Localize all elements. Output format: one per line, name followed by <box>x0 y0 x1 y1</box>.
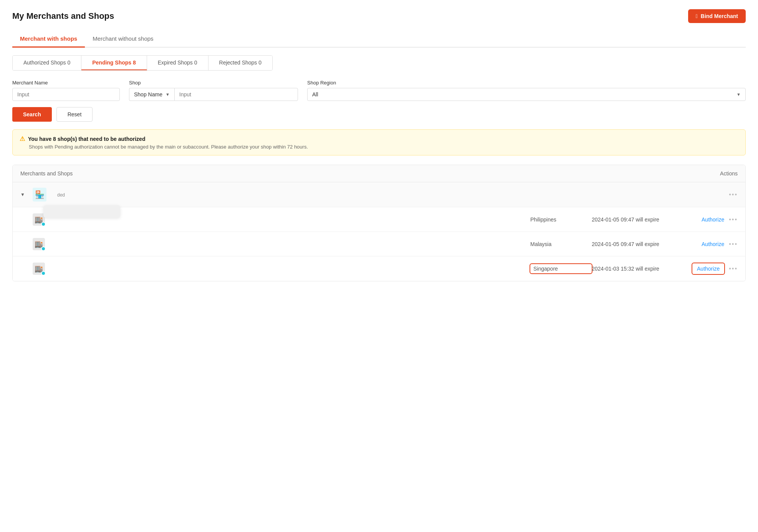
row2-more-icon[interactable]: ••• <box>729 241 738 248</box>
merchant-name-col: ded <box>51 192 530 198</box>
shop-region-filter: Shop Region All ▼ <box>307 80 746 101</box>
tab-merchant-with-shops[interactable]: Merchant with shops <box>12 31 85 48</box>
table-row: 🏬 Malaysia 2024-01-05 09:47 will expire … <box>13 232 745 256</box>
warning-icon: ⚠ <box>20 135 25 142</box>
table-col-merchants: Merchants and Shops <box>20 170 73 177</box>
bind-merchant-label: Bind Merchant <box>701 13 738 19</box>
row2-authorize-link[interactable]: Authorize <box>702 241 724 247</box>
page-header: My Merchants and Shops  Bind Merchant <box>12 9 746 23</box>
bind-icon:  <box>696 13 698 19</box>
merchant-name-input[interactable] <box>12 88 120 101</box>
row2-region: Malaysia <box>530 241 592 247</box>
shop-filter: Shop Shop Name ▼ <box>129 80 298 101</box>
row2-expiry: 2024-01-05 09:47 will expire <box>592 241 692 247</box>
row3-actions: Authorize ••• <box>692 263 738 274</box>
warning-description: Shops with Pending authorization cannot … <box>20 144 738 150</box>
shop-icon: 🏬 <box>33 238 45 250</box>
shop-badge <box>41 222 46 226</box>
filter-buttons: Search Reset <box>12 107 746 122</box>
table-col-actions: Actions <box>720 170 738 177</box>
tab-rejected-shops[interactable]: Rejected Shops 0 <box>209 56 273 70</box>
search-button[interactable]: Search <box>12 107 52 122</box>
tab-expired-shops[interactable]: Expired Shops 0 <box>147 56 209 70</box>
merchant-icon-col: 🏪 <box>33 188 51 202</box>
warning-title-text: You have 8 shop(s) that need to be autho… <box>28 136 145 142</box>
row3-icon-col: 🏬 <box>33 263 51 275</box>
row3-authorize-link[interactable]: Authorize <box>692 263 724 274</box>
shop-badge <box>41 246 46 251</box>
shop-icon: 🏬 <box>33 263 45 275</box>
warning-title: ⚠ You have 8 shop(s) that need to be aut… <box>20 135 738 142</box>
shop-select-value: Shop Name <box>134 91 162 97</box>
row1-authorize-link[interactable]: Authorize <box>702 216 724 223</box>
table-row: 🏬 Philippines 2024-01-05 09:47 will expi… <box>13 207 745 232</box>
region-value: All <box>312 91 318 97</box>
shop-input-group: Shop Name ▼ <box>129 88 298 101</box>
row1-expiry: 2024-01-05 09:47 will expire <box>592 216 692 223</box>
filter-row: Merchant Name Shop Shop Name ▼ Shop Regi… <box>12 80 746 101</box>
shop-badge <box>41 271 46 276</box>
status-tabs: Authorized Shops 0 Pending Shops 8 Expir… <box>12 55 273 71</box>
shop-name-input[interactable] <box>174 88 298 101</box>
main-tabs: Merchant with shops Merchant without sho… <box>12 31 746 48</box>
tab-merchant-without-shops[interactable]: Merchant without shops <box>85 31 161 48</box>
shop-type-select[interactable]: Shop Name ▼ <box>129 88 174 101</box>
row2-icon-col: 🏬 <box>33 238 51 250</box>
bind-merchant-button[interactable]:  Bind Merchant <box>688 9 746 23</box>
region-chevron-icon: ▼ <box>736 92 741 97</box>
row3-region: Singapore <box>530 264 592 273</box>
shop-select-chevron-icon: ▼ <box>166 92 170 97</box>
merchant-name-label: Merchant Name <box>12 80 120 86</box>
expand-icon[interactable]: ▼ <box>20 192 25 197</box>
filter-section: Merchant Name Shop Shop Name ▼ Shop Regi… <box>12 80 746 122</box>
merchant-status-text: ded <box>57 192 65 198</box>
tooltip-overlay <box>43 205 120 218</box>
merchant-actions-col: ••• <box>692 191 738 198</box>
table-rows-area: ▼ 🏪 ded ••• <box>13 182 745 281</box>
expand-col: ▼ <box>20 192 33 197</box>
row2-actions: Authorize ••• <box>692 241 738 248</box>
warning-banner: ⚠ You have 8 shop(s) that need to be aut… <box>12 129 746 155</box>
row1-actions: Authorize ••• <box>692 216 738 223</box>
merchants-table: Merchants and Shops Actions ▼ 🏪 ded <box>12 165 746 281</box>
shop-filter-label: Shop <box>129 80 298 86</box>
row1-more-icon[interactable]: ••• <box>729 216 738 223</box>
merchant-row: ▼ 🏪 ded ••• <box>13 182 745 207</box>
row3-more-icon[interactable]: ••• <box>729 265 738 272</box>
shop-region-label: Shop Region <box>307 80 746 86</box>
table-row: 🏬 Singapore 2024-01-03 15:32 will expire… <box>13 256 745 281</box>
table-header: Merchants and Shops Actions <box>13 165 745 182</box>
page-title: My Merchants and Shops <box>12 11 114 21</box>
tab-pending-shops[interactable]: Pending Shops 8 <box>81 56 147 70</box>
row3-expiry: 2024-01-03 15:32 will expire <box>592 266 692 272</box>
shop-region-select[interactable]: All ▼ <box>307 88 746 101</box>
row1-region: Philippines <box>530 216 592 223</box>
reset-button[interactable]: Reset <box>56 107 93 122</box>
merchant-name-filter: Merchant Name <box>12 80 120 101</box>
merchant-icon: 🏪 <box>33 188 46 202</box>
tab-authorized-shops[interactable]: Authorized Shops 0 <box>13 56 81 70</box>
merchant-more-icon[interactable]: ••• <box>729 191 738 198</box>
